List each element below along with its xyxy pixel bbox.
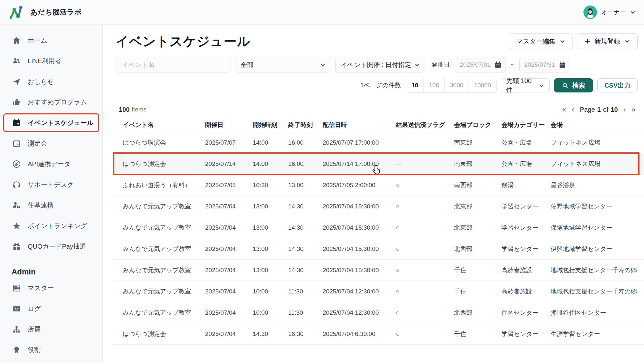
sidebar-item-master[interactable]: マスター <box>0 278 102 298</box>
per-page-option-10[interactable]: 10 <box>406 78 424 92</box>
table-cell: 佐野地域学習センター <box>551 202 644 211</box>
table-cell: 星谷浴泉 <box>551 181 644 189</box>
prev-page-button[interactable]: ‹ <box>572 106 574 113</box>
user-menu[interactable]: オーナー <box>583 5 636 19</box>
master-edit-button[interactable]: マスター編集 <box>509 33 573 49</box>
calendar-filled-icon <box>12 119 21 127</box>
csv-export-button[interactable]: CSV出力 <box>597 78 638 92</box>
table-row[interactable]: はつらつ講演会2025/07/0714:0016:002025/07/07 17… <box>113 132 644 153</box>
table-cell: 2025/07/04 <box>205 330 253 338</box>
table-cell: ○ <box>396 330 454 338</box>
table-row[interactable]: ふれあい遊湯う（有料）2025/07/0510:3013:002025/07/0… <box>113 175 644 196</box>
table-cell: 2025/07/14 <box>205 160 253 167</box>
category-select[interactable]: 全部 <box>235 57 331 72</box>
sidebar-item-thumbs-up[interactable]: おすすめプログラム <box>0 92 102 112</box>
user-role-label: オーナー <box>601 8 626 16</box>
table-header: イベント名開催日開始時刻終了時刻配信日時結果送信済フラグ会場ブロック会場カテゴリ… <box>113 118 644 132</box>
table-row[interactable]: はつらつ測定会2025/07/0414:3016:302025/07/04 6:… <box>113 323 644 345</box>
sidebar-item-label: おすすめプログラム <box>28 98 87 107</box>
table-row[interactable]: みんなで元気アップ教室2025/07/0413:0014:302025/07/0… <box>113 217 644 238</box>
admin-section-label: Admin <box>0 265 102 278</box>
title-actions: マスター編集 新規登録 <box>509 33 638 49</box>
table-cell: 2025/07/04 <box>205 245 253 253</box>
table-cell: 北西部 <box>454 245 501 253</box>
table-cell: 2025/07/07 <box>205 139 253 146</box>
app-logo-icon <box>8 5 24 20</box>
table-cell: 10:30 <box>253 182 288 189</box>
table-cell: 13:00 <box>288 182 323 189</box>
table-cell: 13:00 <box>253 267 288 274</box>
table-cell: ○ <box>396 224 454 232</box>
table-cell: — <box>396 160 454 167</box>
head-limit-select[interactable]: 先頭 100 件 <box>501 78 550 92</box>
per-page-option-100[interactable]: 100 <box>424 78 445 92</box>
sidebar-item-log[interactable]: ログ <box>0 298 102 319</box>
table-cell: 学習センター <box>501 202 551 211</box>
category-select-value: 全部 <box>241 61 253 69</box>
table-cell: 地域包括支援センター千寿の郷 <box>551 287 644 296</box>
headset-icon <box>12 180 21 189</box>
table-cell: 学習センター <box>501 330 551 338</box>
sidebar-item-label: マスター <box>28 284 54 292</box>
table-row[interactable]: みんなで元気アップ教室2025/07/0413:0014:302025/07/0… <box>113 196 644 217</box>
table-cell: 16:30 <box>288 330 323 338</box>
table-cell: 2025/07/14 17:00:00 <box>323 160 396 167</box>
per-page-option-3000[interactable]: 3000 <box>445 78 469 92</box>
user-gear-icon <box>12 201 21 210</box>
sidebar-item-home[interactable]: ホーム <box>0 30 102 51</box>
table-cell: 2025/07/04 <box>205 224 253 231</box>
star-icon <box>12 222 21 230</box>
column-header: 結果送信済フラグ <box>396 121 454 129</box>
table-cell: フィットネス広場 <box>551 160 644 168</box>
chevron-down-icon <box>320 62 326 68</box>
sidebar-item-user-gear[interactable]: 住基連携 <box>0 195 102 215</box>
table-cell: みんなで元気アップ教室 <box>123 309 205 317</box>
table-cell: 2025/07/04 15:30:00 <box>323 224 396 231</box>
sidebar-item-headset[interactable]: サポートデスク <box>0 174 102 195</box>
first-page-button[interactable]: « <box>562 106 566 113</box>
chevron-down-icon <box>539 83 544 88</box>
date-from-field[interactable]: 2025/07/01 <box>455 57 506 72</box>
date-to-field[interactable]: 2025/07/31 <box>519 57 570 72</box>
sidebar-item-star[interactable]: ポイントランキング <box>0 215 102 236</box>
sidebar-item-api-plug[interactable]: API連携データ <box>0 154 102 174</box>
next-page-button[interactable]: › <box>623 106 626 113</box>
summary-row: 100 items « ‹ Page 1 of 10 › » <box>113 101 644 117</box>
items-count: 100 <box>119 106 129 113</box>
table-row[interactable]: みんなで元気アップ教室2025/07/0410:0011:302025/07/0… <box>113 302 644 323</box>
table-cell: 2025/07/04 <box>205 203 253 210</box>
table-cell: 北東部 <box>454 202 501 211</box>
chevron-down-icon <box>414 62 420 68</box>
main-content: イベントスケジュール マスター編集 新規登録 全部 <box>103 25 644 363</box>
table-cell: ○ <box>396 203 454 210</box>
sidebar-item-users[interactable]: LINE利用者 <box>0 51 102 71</box>
table-cell: 千住 <box>454 266 501 274</box>
chevron-down-icon <box>560 39 565 44</box>
sidebar-item-calendar-outline[interactable]: 測定会 <box>0 133 102 154</box>
sidebar-item-calendar-filled[interactable]: イベントスケジュール <box>3 113 99 132</box>
table-cell: 2025/07/05 2:00:00 <box>323 182 396 189</box>
table-row[interactable]: はつらつ測定会2025/07/1414:0016:002025/07/14 17… <box>113 153 644 175</box>
last-page-button[interactable]: » <box>631 106 636 113</box>
sidebar-item-badge[interactable]: 役割 <box>0 339 102 360</box>
app-header: あだち脳活ラボ オーナー <box>0 0 644 25</box>
table-cell: 2025/07/04 15:30:00 <box>323 267 396 274</box>
table-row[interactable]: みんなで元気アップ教室2025/07/0413:0014:302025/07/0… <box>113 260 644 281</box>
search-button[interactable]: 検索 <box>554 78 593 92</box>
table-row[interactable]: みんなで元気アップ教室2025/07/0413:0014:302025/07/0… <box>113 238 644 260</box>
event-name-input[interactable] <box>116 57 231 72</box>
new-register-button[interactable]: 新規登録 <box>577 33 638 49</box>
sidebar-item-paper-plane[interactable]: おしらせ <box>0 71 102 92</box>
sidebar-item-gift[interactable]: QUOカードPay抽選 <box>0 236 102 257</box>
brand[interactable]: あだち脳活ラボ <box>8 5 82 20</box>
table-cell: 南東部 <box>454 160 501 168</box>
per-page-option-10000[interactable]: 10000 <box>469 78 496 92</box>
table-row[interactable]: みんなで元気アップ教室2025/07/0410:0011:302025/07/0… <box>113 281 644 302</box>
page-title: イベントスケジュール <box>116 33 250 50</box>
sidebar: ホームLINE利用者おしらせおすすめプログラムイベントスケジュール測定会API連… <box>0 25 103 363</box>
period-select[interactable]: イベント開催 : 日付指定 <box>335 57 425 72</box>
date-range-tilde: ~ <box>511 61 515 69</box>
sidebar-item-sitemap[interactable]: 所属 <box>0 319 102 339</box>
table-cell: 2025/07/04 12:30:00 <box>323 309 396 316</box>
pagination: « ‹ Page 1 of 10 › » <box>562 106 636 113</box>
